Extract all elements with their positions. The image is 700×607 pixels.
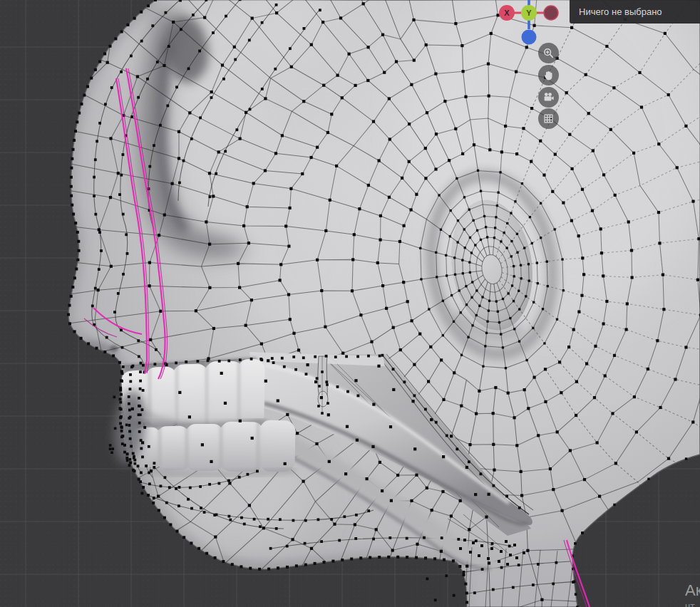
zoom-button[interactable] — [538, 43, 559, 63]
overlay-label-primary: Ак — [685, 581, 700, 600]
gizmo-axis-z-neg-handle[interactable] — [522, 30, 537, 45]
grid-view-button[interactable] — [538, 108, 559, 129]
blender-3d-viewport[interactable]: Ничего не выбрано X Y — [0, 0, 700, 607]
gizmo-y-label: Y — [526, 9, 532, 17]
pan-button[interactable] — [538, 65, 559, 85]
header-status-tooltip: Ничего не выбрано — [570, 0, 700, 24]
viewport-canvas[interactable] — [0, 0, 700, 607]
overlay-label-secondary: чт — [685, 601, 695, 607]
camera-view-button[interactable] — [538, 87, 559, 108]
grid-ortho-icon — [542, 113, 555, 125]
camera-view-icon — [542, 91, 555, 103]
gizmo-x-label: X — [504, 9, 510, 17]
status-text: Ничего не выбрано — [579, 6, 662, 17]
pan-hand-icon — [542, 69, 555, 81]
gizmo-axis-x-neg-handle[interactable] — [544, 6, 558, 20]
orientation-gizmo[interactable]: X Y — [492, 0, 570, 50]
zoom-in-icon — [542, 47, 555, 59]
